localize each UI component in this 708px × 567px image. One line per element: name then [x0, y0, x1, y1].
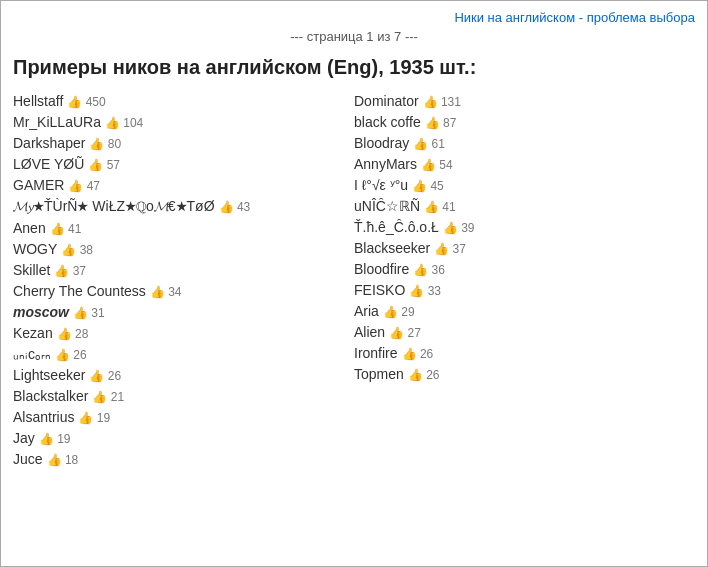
list-item: GAMER👍 47	[13, 177, 354, 193]
nick-name[interactable]: Skillet	[13, 262, 50, 278]
list-item: Ť.ħ.ê_Ĉ.ô.o.Ł👍 39	[354, 219, 695, 235]
list-item: black coffe👍 87	[354, 114, 695, 130]
nick-count: 👍 47	[68, 179, 100, 193]
pagination: --- страница 1 из 7 ---	[13, 29, 695, 44]
list-item: LØVE YØŨ👍 57	[13, 156, 354, 172]
list-item: I ℓ°√ε ʸ°u👍 45	[354, 177, 695, 193]
list-item: Dominator👍 131	[354, 93, 695, 109]
nick-name[interactable]: Darkshaper	[13, 135, 85, 151]
nick-count: 👍 26	[55, 348, 87, 362]
nick-count: 👍 80	[89, 137, 121, 151]
nick-name[interactable]: Mr_KiLLaURa	[13, 114, 101, 130]
nick-count: 👍 39	[443, 221, 475, 235]
nick-count: 👍 37	[434, 242, 466, 256]
list-item: WOGY👍 38	[13, 241, 354, 257]
nick-count: 👍 43	[219, 200, 251, 214]
list-item: Alsantrius👍 19	[13, 409, 354, 425]
nick-name[interactable]: Aria	[354, 303, 379, 319]
nick-count: 👍 19	[39, 432, 71, 446]
list-item: Anen👍 41	[13, 220, 354, 236]
nick-count: 👍 29	[383, 305, 415, 319]
nick-name[interactable]: Bloodray	[354, 135, 409, 151]
nick-count: 👍 37	[54, 264, 86, 278]
nick-name[interactable]: 𝓜𝔂★ŤÙrÑ★ WiŁZ★ℚo𝓜€★TøØ	[13, 198, 215, 214]
nick-count: 👍 131	[423, 95, 461, 109]
nick-count: 👍 57	[88, 158, 120, 172]
nick-count: 👍 41	[424, 200, 456, 214]
nick-name[interactable]: AnnyMars	[354, 156, 417, 172]
nick-name[interactable]: Ironfire	[354, 345, 398, 361]
list-item: AnnyMars👍 54	[354, 156, 695, 172]
list-item: Kezan👍 28	[13, 325, 354, 341]
nick-count: 👍 38	[61, 243, 93, 257]
right-column: Dominator👍 131black coffe👍 87Bloodray👍 6…	[354, 93, 695, 472]
nick-name[interactable]: FEISKO	[354, 282, 405, 298]
nick-name[interactable]: Cherry The Countess	[13, 283, 146, 299]
nick-name[interactable]: Anen	[13, 220, 46, 236]
nick-count: 👍 18	[47, 453, 79, 467]
list-item: Hellstaff👍 450	[13, 93, 354, 109]
nick-name[interactable]: LØVE YØŨ	[13, 156, 84, 172]
nick-count: 👍 28	[57, 327, 89, 341]
nick-name[interactable]: Lightseeker	[13, 367, 85, 383]
list-item: Cherry The Countess👍 34	[13, 283, 354, 299]
nick-count: 👍 26	[89, 369, 121, 383]
list-item: Ironfire👍 26	[354, 345, 695, 361]
list-item: Mr_KiLLaURa👍 104	[13, 114, 354, 130]
nick-count: 👍 26	[402, 347, 434, 361]
list-item: Bloodfire👍 36	[354, 261, 695, 277]
nick-name[interactable]: uNÎĈ☆ℝÑ	[354, 198, 420, 214]
nick-name[interactable]: Jay	[13, 430, 35, 446]
list-item: Jay👍 19	[13, 430, 354, 446]
list-item: Alien👍 27	[354, 324, 695, 340]
nick-name[interactable]: I ℓ°√ε ʸ°u	[354, 177, 408, 193]
nick-count: 👍 31	[73, 306, 105, 320]
nick-count: 👍 54	[421, 158, 453, 172]
nick-count: 👍 19	[78, 411, 110, 425]
nick-name[interactable]: WOGY	[13, 241, 57, 257]
nick-count: 👍 33	[409, 284, 441, 298]
nick-name[interactable]: Kezan	[13, 325, 53, 341]
nick-name[interactable]: moscow	[13, 304, 69, 320]
nick-count: 👍 61	[413, 137, 445, 151]
list-item: 𝓜𝔂★ŤÙrÑ★ WiŁZ★ℚo𝓜€★TøØ👍 43	[13, 198, 354, 215]
nick-count: 👍 36	[413, 263, 445, 277]
nick-name[interactable]: Juce	[13, 451, 43, 467]
nick-count: 👍 45	[412, 179, 444, 193]
list-item: Topmen👍 26	[354, 366, 695, 382]
nick-name[interactable]: Topmen	[354, 366, 404, 382]
list-item: ᵤₙᵢcₒᵣₙ👍 26	[13, 346, 354, 362]
top-link-container: Ники на английском - проблема выбора	[13, 9, 695, 25]
nick-name[interactable]: Dominator	[354, 93, 419, 109]
list-item: Skillet👍 37	[13, 262, 354, 278]
nick-count: 👍 450	[67, 95, 105, 109]
nick-count: 👍 104	[105, 116, 143, 130]
nick-name[interactable]: ᵤₙᵢcₒᵣₙ	[13, 346, 51, 362]
nick-name[interactable]: black coffe	[354, 114, 421, 130]
nick-name[interactable]: Blackstalker	[13, 388, 88, 404]
list-item: FEISKO👍 33	[354, 282, 695, 298]
list-item: Darkshaper👍 80	[13, 135, 354, 151]
nick-name[interactable]: Ť.ħ.ê_Ĉ.ô.o.Ł	[354, 219, 439, 235]
list-item: Lightseeker👍 26	[13, 367, 354, 383]
list-item: Bloodray👍 61	[354, 135, 695, 151]
top-link[interactable]: Ники на английском - проблема выбора	[454, 10, 695, 25]
nick-name[interactable]: Bloodfire	[354, 261, 409, 277]
list-item: Blackseeker👍 37	[354, 240, 695, 256]
nick-count: 👍 27	[389, 326, 421, 340]
nick-name[interactable]: Hellstaff	[13, 93, 63, 109]
page-title: Примеры ников на английском (Eng), 1935 …	[13, 56, 695, 79]
list-item: uNÎĈ☆ℝÑ👍 41	[354, 198, 695, 214]
nick-name[interactable]: Alien	[354, 324, 385, 340]
nick-count: 👍 41	[50, 222, 82, 236]
list-item: Juce👍 18	[13, 451, 354, 467]
nick-count: 👍 26	[408, 368, 440, 382]
nick-name[interactable]: GAMER	[13, 177, 64, 193]
left-column: Hellstaff👍 450Mr_KiLLaURa👍 104Darkshaper…	[13, 93, 354, 472]
list-item: Aria👍 29	[354, 303, 695, 319]
list-item: moscow👍 31	[13, 304, 354, 320]
nick-count: 👍 34	[150, 285, 182, 299]
nick-name[interactable]: Alsantrius	[13, 409, 74, 425]
nick-name[interactable]: Blackseeker	[354, 240, 430, 256]
nick-columns: Hellstaff👍 450Mr_KiLLaURa👍 104Darkshaper…	[13, 93, 695, 472]
